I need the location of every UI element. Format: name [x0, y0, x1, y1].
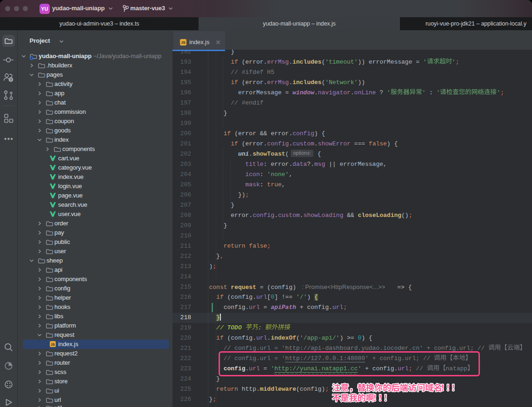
svg-text:?: ? — [10, 78, 12, 82]
svg-text:JS: JS — [181, 40, 186, 45]
svg-text:JS: JS — [51, 342, 55, 346]
